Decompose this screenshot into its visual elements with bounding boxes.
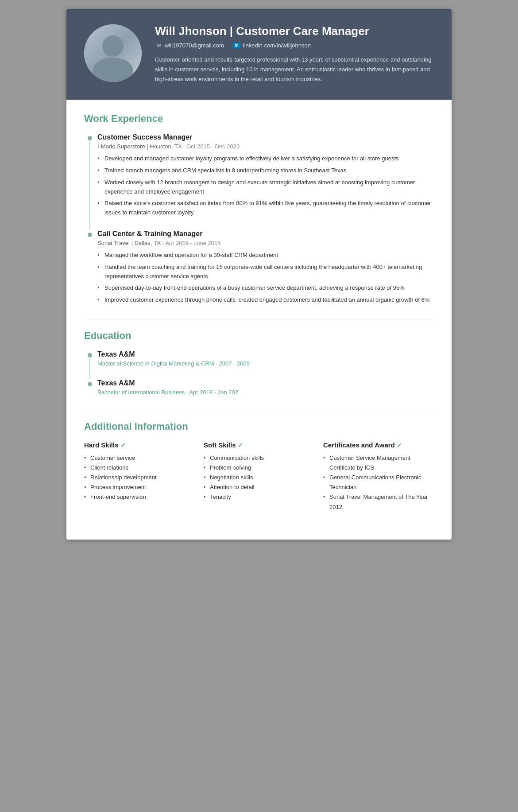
hard-skill-4: Process improvement bbox=[84, 482, 195, 492]
edu-school-1: Texas A&M bbox=[97, 350, 434, 358]
certs-col: Certificates and Award ✓ Customer Servic… bbox=[323, 441, 434, 512]
bullet-2-2: Handled the team coaching and training f… bbox=[97, 263, 434, 281]
hard-skill-5: Front-end supervision bbox=[84, 492, 195, 502]
job-item-1: Customer Success Manager I-Mado Supersto… bbox=[97, 133, 434, 218]
linkedin-contact: in linkedin.com/in/willjohnson bbox=[233, 42, 311, 49]
soft-title-text: Soft Skills bbox=[204, 441, 236, 449]
soft-skill-3: Negotiation skills bbox=[204, 473, 314, 482]
location-1: Houston, TX bbox=[150, 143, 182, 150]
education-title: Education bbox=[84, 330, 434, 342]
edu-degree-2: Bachelor of International Business · Apr… bbox=[97, 389, 434, 396]
header-section: Will Jhonson | Customer Care Manager ✉ w… bbox=[66, 9, 452, 100]
edu-dates-1: 2007 - 2009 bbox=[219, 360, 250, 367]
bullet-2-4: Improved customer experience through pho… bbox=[97, 295, 434, 305]
edu-degree-1: Master of Science in Digital Marketing &… bbox=[97, 360, 434, 367]
education-section: Education Texas A&M Master of Science in… bbox=[84, 330, 434, 396]
edu-dot-1: · bbox=[216, 360, 219, 367]
candidate-name: Will Jhonson | Customer Care Manager bbox=[155, 24, 434, 38]
meta-sep-2: | bbox=[131, 240, 135, 246]
degree-text-1: Master of Science in Digital Marketing &… bbox=[97, 360, 214, 367]
bullet-1-3: Worked closely with 12 branch managers t… bbox=[97, 178, 434, 197]
degree-text-2: Bachelor of International Business bbox=[97, 389, 185, 396]
soft-skill-5: Tenacity bbox=[204, 492, 314, 502]
cert-3: Sunat Travel Management of The Year 2012 bbox=[323, 492, 434, 512]
divider-2 bbox=[84, 410, 434, 410]
hard-skill-3: Relationship development bbox=[84, 473, 195, 482]
location-2: Dallas, TX bbox=[135, 240, 161, 246]
job-meta-2: Sunat Travel | Dallas, TX · Apr 2009 - J… bbox=[97, 240, 434, 246]
edu-item-1: Texas A&M Master of Science in Digital M… bbox=[97, 350, 434, 367]
edu-timeline: Texas A&M Master of Science in Digital M… bbox=[84, 350, 434, 396]
hard-check-icon: ✓ bbox=[120, 442, 126, 449]
soft-check-icon: ✓ bbox=[238, 442, 243, 449]
hard-skills-list: Customer service Client relations Relati… bbox=[84, 453, 195, 502]
bullet-2-1: Managed the workflow and operation for a… bbox=[97, 251, 434, 260]
job-title-2: Call Center & Training Manager bbox=[97, 230, 434, 238]
bullet-1-4: Raised the store's customer satisfaction… bbox=[97, 199, 434, 218]
name-text: Will Jhonson bbox=[155, 24, 227, 38]
work-experience-section: Work Experience Customer Success Manager… bbox=[84, 113, 434, 305]
linkedin-text: linkedin.com/in/willjohnson bbox=[243, 42, 311, 49]
edu-dates-2: Apr 2018 - Jan 202 bbox=[189, 389, 238, 396]
hard-skills-col: Hard Skills ✓ Customer service Client re… bbox=[84, 441, 195, 512]
work-experience-title: Work Experience bbox=[84, 113, 434, 124]
soft-skill-2: Problem-solving bbox=[204, 463, 314, 473]
hard-skill-1: Customer service bbox=[84, 453, 195, 463]
job-bullets-2: Managed the workflow and operation for a… bbox=[97, 251, 434, 305]
certs-title: Certificates and Award ✓ bbox=[323, 441, 434, 449]
bullet-2-3: Supervised day-to-day front-end operatio… bbox=[97, 284, 434, 293]
hard-skills-title: Hard Skills ✓ bbox=[84, 441, 195, 449]
email-contact: ✉ will197070@gmail.com bbox=[155, 42, 224, 49]
skills-grid: Hard Skills ✓ Customer service Client re… bbox=[84, 441, 434, 512]
candidate-title: Customer Care Manager bbox=[236, 24, 369, 38]
avatar-image bbox=[84, 24, 142, 82]
job-title-1: Customer Success Manager bbox=[97, 133, 434, 141]
additional-section: Additional Information Hard Skills ✓ Cus… bbox=[84, 421, 434, 512]
job-item-2: Call Center & Training Manager Sunat Tra… bbox=[97, 230, 434, 305]
header-info: Will Jhonson | Customer Care Manager ✉ w… bbox=[155, 24, 434, 84]
main-content: Work Experience Customer Success Manager… bbox=[66, 100, 452, 539]
cert-2: General Communications Electronic Techni… bbox=[323, 473, 434, 492]
job-meta-1: I-Mado Superstore | Houston, TX · Oct 20… bbox=[97, 143, 434, 150]
linkedin-icon: in bbox=[233, 43, 240, 48]
company-2: Sunat Travel bbox=[97, 240, 130, 246]
contact-row: ✉ will197070@gmail.com in linkedin.com/i… bbox=[155, 42, 434, 49]
cert-title-text: Certificates and Award bbox=[323, 441, 395, 449]
additional-title: Additional Information bbox=[84, 421, 434, 432]
hard-skill-2: Client relations bbox=[84, 463, 195, 473]
work-timeline: Customer Success Manager I-Mado Supersto… bbox=[84, 133, 434, 305]
soft-skills-col: Soft Skills ✓ Communication skills Probl… bbox=[204, 441, 314, 512]
hard-title-text: Hard Skills bbox=[84, 441, 119, 449]
dates-2: Apr 2009 - June 2015 bbox=[166, 240, 221, 246]
bullet-1-2: Trained branch managers and CRM speciali… bbox=[97, 166, 434, 175]
divider-1 bbox=[84, 319, 434, 319]
email-text: will197070@gmail.com bbox=[165, 42, 224, 49]
cert-check-icon: ✓ bbox=[397, 442, 402, 449]
certs-list: Customer Service Management Certificate … bbox=[323, 453, 434, 512]
name-divider: | bbox=[230, 24, 236, 38]
email-icon: ✉ bbox=[155, 42, 162, 49]
edu-school-2: Texas A&M bbox=[97, 379, 434, 387]
summary-text: Customer-oriented and results-targeted p… bbox=[155, 55, 434, 84]
cert-1: Customer Service Management Certificate … bbox=[323, 453, 434, 473]
avatar bbox=[84, 24, 142, 82]
soft-skill-1: Communication skills bbox=[204, 453, 314, 463]
bullet-1-1: Developed and managed customer loyalty p… bbox=[97, 154, 434, 163]
job-bullets-1: Developed and managed customer loyalty p… bbox=[97, 154, 434, 218]
dates-1: Oct 2015 - Dec 2020 bbox=[186, 143, 240, 150]
soft-skill-4: Attention to detail bbox=[204, 482, 314, 492]
resume-page: Will Jhonson | Customer Care Manager ✉ w… bbox=[66, 9, 452, 540]
edu-item-2: Texas A&M Bachelor of International Busi… bbox=[97, 379, 434, 396]
soft-skills-list: Communication skills Problem-solving Neg… bbox=[204, 453, 314, 502]
company-1: I-Mado Superstore bbox=[97, 143, 145, 150]
soft-skills-title: Soft Skills ✓ bbox=[204, 441, 314, 449]
